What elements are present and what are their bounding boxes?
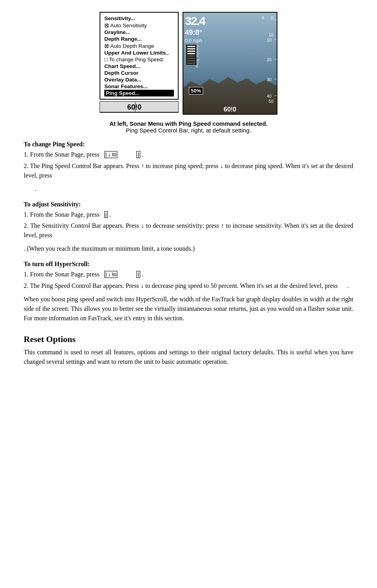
hyper-step1-dot: .	[142, 269, 143, 280]
sensitivity-heading: To adjust Sensitivity:	[24, 201, 353, 208]
sensitivity-step1: 1. From the Sonar Page, press | .	[24, 210, 353, 220]
step1-dot: .	[142, 149, 143, 160]
bar-line-8	[187, 62, 195, 64]
bar-line-2	[187, 48, 195, 49]
sonar-display: 32.4 ft 0 49:8° 0.0 mph 10 10 20 30 40 P…	[183, 12, 277, 115]
ping-speed-bar	[186, 44, 197, 65]
caption-line1: At left, Sonar Menu with Ping Speed comm…	[24, 120, 353, 127]
menu-item-depth-cursor: Depth Cursor	[104, 70, 174, 76]
menu-bottom-row: 60!0	[100, 101, 179, 113]
bar-line-5	[187, 55, 195, 57]
bar-line-3	[187, 51, 195, 52]
svg-text:60!0: 60!0	[127, 103, 141, 111]
sens-step1-dot: .	[109, 210, 111, 220]
sensitivity-step2-end: . (When you reach the maximum or minimum…	[24, 244, 353, 253]
reset-heading: Reset Options	[24, 334, 353, 344]
sonar-menu-image: Sensitivity... Auto Sensitivity Grayline…	[100, 12, 179, 115]
menu-item-sensitivity: Sensitivity...	[104, 15, 174, 22]
sens-step1-text: 1. From the Sonar Page, press	[24, 210, 100, 220]
hyperscroll-heading: To turn off HyperScroll:	[24, 261, 353, 268]
svg-text:40: 40	[267, 94, 271, 98]
menu-item-sonar-features: Sonar Features...	[104, 83, 174, 90]
units-ft: ft	[262, 16, 264, 20]
menu-item-ping-speed: Ping Speed...	[104, 90, 174, 96]
ping-speed-heading: To change Ping Speed:	[24, 141, 353, 148]
image-section: Sensitivity... Auto Sensitivity Grayline…	[24, 12, 353, 115]
menu-item-stop-chart: To change Ping Speed:	[104, 56, 174, 63]
menu-item-auto-sensitivity: Auto Sensitivity	[104, 22, 174, 29]
secondary-depth: 49:8°	[185, 28, 202, 37]
speed-display: 0.0 mph	[185, 38, 202, 43]
step1-end-key: |	[136, 151, 140, 158]
menu-bottom-svg: 60!0	[100, 101, 179, 113]
reset-body: This command is used to reset all featur…	[24, 348, 353, 367]
svg-text:30: 30	[267, 77, 271, 82]
bar-line-6	[187, 58, 195, 59]
main-depth: 32.4	[185, 14, 205, 28]
menu-item-chart-speed: Chart Speed...	[104, 63, 174, 70]
step1-text: 1. From the Sonar Page, press	[24, 149, 100, 160]
hyper-step1-end-key: |	[136, 271, 140, 278]
sensitivity-step2: 2. The Sensitivity Control Bar appears. …	[24, 221, 353, 240]
hyperscroll-body: When you boost ping speed and switch int…	[24, 295, 353, 323]
hyperscroll-step2: 2. The Ping Speed Control Bar appears. P…	[24, 281, 353, 291]
caption-line2: Ping Speed Control Bar, right, at defaul…	[126, 127, 251, 134]
step1-key-symbol: | ↓ to	[104, 151, 118, 158]
hyperscroll-step1: 1. From the Sonar Page, press | ↓ to | .	[24, 269, 353, 280]
percent-label: 50%	[189, 87, 203, 95]
menu-item-upper-lower: Upper And Lower Limits..	[104, 49, 174, 56]
menu-item-grayline: Grayline...	[104, 29, 174, 36]
svg-text:10: 10	[267, 38, 271, 42]
bar-line-7	[187, 60, 195, 61]
bar-line-1	[187, 46, 195, 47]
sens-step1-key: |	[104, 211, 108, 218]
image-caption: At left, Sonar Menu with Ping Speed comm…	[24, 120, 353, 134]
ping-speed-step1: 1. From the Sonar Page, press | ↓ to | .	[24, 149, 353, 160]
ping-speed-step2-dot: .	[24, 184, 353, 194]
scale-50: 50	[269, 99, 273, 104]
svg-text:20: 20	[267, 57, 271, 62]
ping-speed-step2: 2. The Ping Speed Control Bar appears. P…	[24, 161, 353, 180]
hyper-step1-text: 1. From the Sonar Page, press	[24, 269, 100, 280]
menu-item-auto-depth-range: Auto Depth Range	[104, 42, 174, 49]
bar-line-4	[187, 53, 195, 54]
sonar-menu-box: Sensitivity... Auto Sensitivity Grayline…	[100, 12, 179, 100]
bottom-depth: 60!0	[224, 106, 236, 113]
hyper-step1-key: | ↓ to	[104, 271, 118, 278]
menu-item-overlay-data: Overlay Data...	[104, 76, 174, 83]
menu-item-depth-range: Depth Range...	[104, 36, 174, 42]
